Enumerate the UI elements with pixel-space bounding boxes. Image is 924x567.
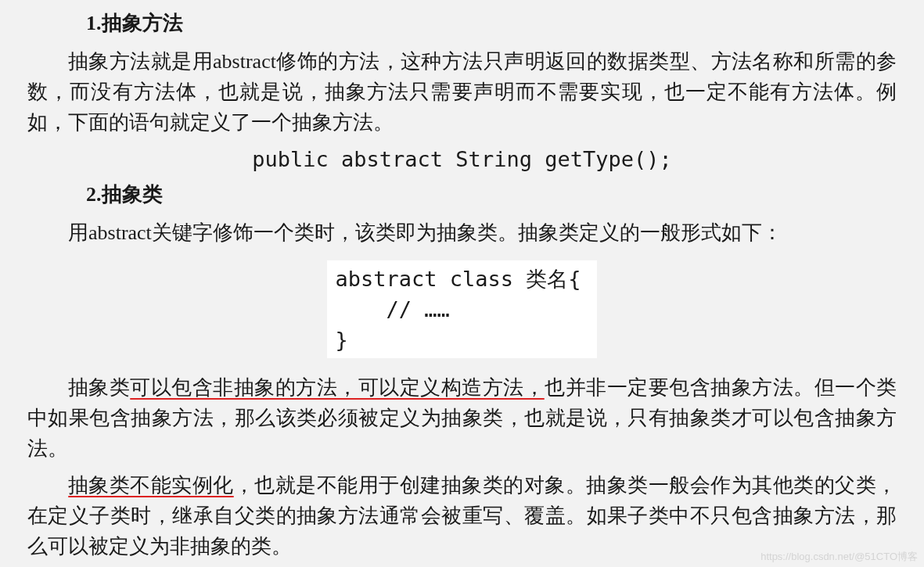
- underlined-text-2: 抽象类不能实例化: [68, 474, 234, 497]
- paragraph-abstract-class-detail: 抽象类可以包含非抽象的方法，可以定义构造方法，也并非一定要包含抽象方法。但一个类…: [27, 372, 897, 464]
- section-heading-1: 1.抽象方法: [27, 8, 897, 38]
- watermark-text: https://blog.csdn.net/@51CTO博客: [760, 549, 918, 565]
- code-abstract-method-example: public abstract String getType();: [27, 144, 897, 176]
- code-block-wrapper: abstract class 类名{ // …… }: [27, 260, 897, 358]
- paragraph-abstract-class-intro: 用abstract关键字修饰一个类时，该类即为抽象类。抽象类定义的一般形式如下：: [27, 217, 897, 248]
- paragraph-abstract-class-instantiation: 抽象类不能实例化，也就是不能用于创建抽象类的对象。抽象类一般会作为其他类的父类，…: [27, 470, 897, 562]
- underlined-text-1: 可以包含非抽象的方法，可以定义构造方法，: [130, 376, 545, 399]
- paragraph-abstract-method: 抽象方法就是用abstract修饰的方法，这种方法只声明返回的数据类型、方法名称…: [27, 46, 897, 138]
- section-heading-2: 2.抽象类: [27, 179, 897, 210]
- code-abstract-class-definition: abstract class 类名{ // …… }: [327, 260, 596, 358]
- text-pre-underline: 抽象类: [68, 376, 130, 399]
